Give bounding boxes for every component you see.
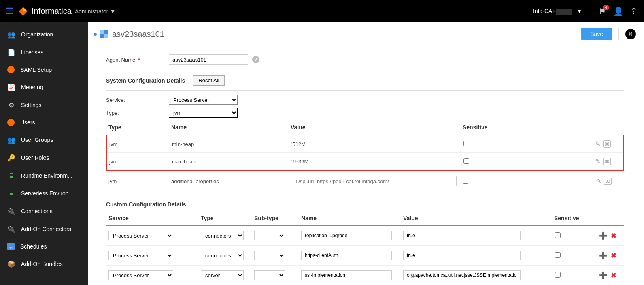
additional-properties-input[interactable] (291, 176, 457, 186)
notifications-button[interactable]: ⚑ 4 (599, 6, 606, 16)
sidebar-item-settings[interactable]: ⚙Settings (0, 96, 88, 114)
custom-config-section: Custom Configuration Details Service Typ… (106, 201, 624, 285)
sidebar-item-user-groups[interactable]: 👥User Groups (0, 131, 88, 149)
main-content: asv23saas101 Save ✕ Agent Name:* ? Syste… (88, 22, 644, 285)
min-heap-sensitive-checkbox[interactable] (463, 141, 469, 146)
add-row-icon[interactable]: ➕ (599, 272, 608, 279)
custom-type-select[interactable]: connectors (201, 251, 244, 260)
help-icon[interactable]: ? (631, 6, 636, 16)
sidebar-item-addon-bundles[interactable]: 📦Add-On Bundles (0, 255, 88, 273)
org-chevron-icon[interactable]: ▼ (577, 8, 582, 14)
org-selector[interactable]: Infa-CAI- (533, 8, 572, 14)
sidebar-item-schedules[interactable]: 31Schedules (0, 238, 88, 255)
informatica-logo-icon (18, 6, 28, 17)
sidebar-item-licenses[interactable]: 📄Licenses (0, 43, 88, 61)
custom-service-select[interactable]: Process Server (108, 251, 173, 260)
custom-sensitive-checkbox[interactable] (555, 252, 561, 258)
service-chevron-icon[interactable]: ▼ (110, 8, 115, 15)
custom-row: Process Server connectors ➕✖ (106, 246, 624, 266)
saml-icon (7, 66, 15, 73)
system-config-title: System Configuration Details (106, 77, 185, 84)
custom-service-select[interactable]: Process Server (108, 231, 173, 240)
reset-all-button[interactable]: Reset All (193, 75, 224, 86)
col-sensitive-header: Sensitive (463, 124, 556, 131)
custom-service-select[interactable]: Process Server (108, 270, 173, 280)
sidebar-item-metering[interactable]: 📈Metering (0, 78, 88, 96)
service-row: Service: Process Server (106, 95, 624, 105)
custom-config-table-header: Service Type Sub-type Name Value Sensiti… (106, 212, 624, 226)
sidebar-item-user-roles[interactable]: 🔑User Roles (0, 149, 88, 167)
custom-value-input[interactable] (403, 251, 521, 260)
col-value-header: Value (291, 124, 463, 131)
custom-type-select[interactable]: server (201, 270, 244, 280)
reset-row-icon[interactable]: 00 (603, 140, 611, 148)
organization-icon: 👥 (7, 30, 15, 39)
sidebar-item-addon-connectors[interactable]: 🔌Add-On Connectors (0, 220, 88, 238)
connections-icon: 🔌 (7, 207, 15, 215)
custom-row: Process Server server ➕✖ (106, 266, 624, 285)
delete-row-icon[interactable]: ✖ (611, 232, 616, 240)
col-name-header: Name (171, 124, 291, 131)
sidebar-item-serverless-env[interactable]: 🖥Serverless Environ... (0, 184, 88, 202)
highlighted-rows: jvm min-heap '512M' ✎00 jvm max-heap '15… (106, 135, 624, 171)
max-heap-sensitive-checkbox[interactable] (463, 158, 469, 164)
page-title: asv23saas101 (112, 30, 164, 39)
svg-marker-1 (23, 7, 28, 11)
sidebar-item-users[interactable]: Users (0, 114, 88, 131)
agent-name-row: Agent Name:* ? (106, 54, 624, 65)
reset-row-icon[interactable]: 00 (603, 158, 611, 165)
sidebar: 👥Organization 📄Licenses SAML Setup 📈Mete… (0, 22, 88, 285)
users-icon (7, 119, 15, 126)
custom-name-input[interactable] (301, 270, 392, 280)
edit-icon[interactable]: ✎ (596, 178, 601, 185)
service-select[interactable]: Process Server (169, 95, 238, 105)
delete-row-icon[interactable]: ✖ (611, 272, 616, 279)
custom-row: Process Server connectors ➕✖ (106, 226, 624, 246)
agent-name-input[interactable] (169, 54, 248, 65)
user-groups-icon: 👥 (7, 136, 15, 144)
sys-row-min-heap: jvm min-heap '512M' ✎00 (107, 135, 623, 152)
custom-sensitive-checkbox[interactable] (555, 232, 561, 238)
custom-subtype-select[interactable] (254, 251, 285, 260)
schedules-icon: 31 (7, 243, 15, 250)
custom-subtype-select[interactable] (254, 270, 285, 280)
add-row-icon[interactable]: ➕ (599, 252, 608, 259)
sys-row-additional-properties: jvm additional-properties ✎00 (106, 171, 624, 191)
custom-value-input[interactable] (403, 270, 521, 280)
custom-subtype-select[interactable] (254, 231, 285, 240)
custom-type-select[interactable]: connectors (201, 231, 244, 240)
unsaved-indicator-icon (94, 33, 97, 36)
agent-name-help-icon[interactable]: ? (252, 56, 259, 63)
page-header: asv23saas101 Save ✕ (88, 22, 644, 46)
service-label: Service: (106, 97, 169, 103)
agent-name-label: Agent Name:* (106, 57, 169, 63)
agent-icon (100, 30, 108, 38)
sidebar-item-organization[interactable]: 👥Organization (0, 26, 88, 43)
type-select[interactable]: jvm (169, 108, 238, 118)
edit-icon[interactable]: ✎ (595, 158, 601, 165)
addon-bundles-icon: 📦 (7, 260, 15, 268)
notification-badge: 4 (603, 5, 609, 10)
system-config-header: System Configuration Details Reset All (106, 75, 624, 86)
metering-icon: 📈 (7, 83, 15, 91)
save-button[interactable]: Save (581, 28, 612, 40)
close-button[interactable]: ✕ (625, 29, 636, 39)
add-row-icon[interactable]: ➕ (599, 232, 608, 240)
additional-properties-sensitive-checkbox[interactable] (463, 178, 468, 184)
user-icon[interactable]: 👤 (613, 6, 623, 16)
delete-row-icon[interactable]: ✖ (611, 252, 616, 259)
service-name: Administrator (75, 8, 108, 15)
top-bar: ☰ Informatica Administrator ▼ Infa-CAI- … (0, 0, 644, 22)
custom-sensitive-checkbox[interactable] (555, 272, 561, 278)
custom-name-input[interactable] (301, 251, 392, 260)
hamburger-icon[interactable]: ☰ (6, 6, 14, 17)
type-label: Type: (106, 110, 169, 116)
custom-name-input[interactable] (301, 231, 392, 240)
sidebar-item-runtime-env[interactable]: 🖥Runtime Environm... (0, 167, 88, 184)
custom-config-title: Custom Configuration Details (106, 201, 616, 208)
reset-row-icon[interactable]: 00 (604, 178, 612, 185)
custom-value-input[interactable] (403, 231, 521, 240)
sidebar-item-saml[interactable]: SAML Setup (0, 61, 88, 78)
sidebar-item-connections[interactable]: 🔌Connections (0, 202, 88, 220)
edit-icon[interactable]: ✎ (595, 140, 601, 148)
